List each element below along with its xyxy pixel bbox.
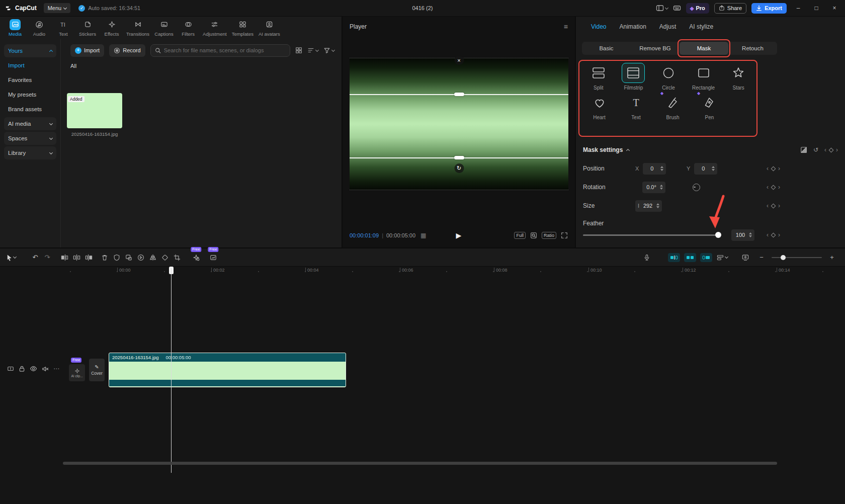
crop-button[interactable]	[171, 251, 183, 264]
timeline-area[interactable]: 00:00 00:02 00:04 00:06 00:08 00:10 00:1…	[0, 267, 845, 504]
sort-button[interactable]	[307, 47, 318, 54]
prev-keyframe-icon[interactable]: ‹	[767, 184, 769, 190]
tab-adjust[interactable]: Adjust	[659, 23, 676, 30]
maximize-button[interactable]: □	[810, 2, 823, 15]
feather-input[interactable]: 100	[731, 229, 754, 241]
mask-bottom-handle[interactable]	[454, 156, 464, 159]
tab-animation[interactable]: Animation	[619, 23, 646, 30]
minimize-button[interactable]: –	[792, 2, 805, 15]
next-keyframe-icon[interactable]: ›	[836, 147, 838, 153]
mask-option-brush[interactable]: ◆ Brush	[654, 93, 691, 120]
prev-keyframe-icon[interactable]: ‹	[767, 203, 769, 209]
keyboard-shortcuts-button[interactable]	[673, 5, 681, 12]
next-keyframe-icon[interactable]: ›	[778, 165, 780, 172]
sidebar-item-library[interactable]: Library	[4, 146, 56, 159]
reset-icon[interactable]: ↺	[813, 146, 818, 153]
mask-rotate-handle[interactable]: ↻	[454, 163, 464, 173]
add-keyframe-icon[interactable]	[771, 203, 776, 208]
tab-filters[interactable]: Filters	[177, 19, 199, 37]
mask-option-text[interactable]: T Text	[618, 93, 654, 120]
rotation-input[interactable]: 0.0°	[642, 182, 665, 193]
mask-option-pen[interactable]: ◆ Pen	[691, 93, 728, 120]
timeline-ruler[interactable]: 00:00 00:02 00:04 00:06 00:08 00:10 00:1…	[0, 267, 845, 275]
subtab-retouch[interactable]: Retouch	[728, 42, 777, 55]
toggle-visibility-icon[interactable]	[30, 366, 37, 372]
add-keyframe-icon[interactable]	[771, 232, 776, 237]
more-track-options-icon[interactable]: ⋯	[53, 365, 59, 372]
video-preview[interactable]: × ↻	[350, 58, 568, 190]
prev-keyframe-icon[interactable]: ‹	[824, 147, 826, 153]
stepper-icon[interactable]	[712, 166, 715, 171]
sidebar-item-ai-media[interactable]: AI media	[4, 117, 56, 130]
import-button[interactable]: + Import	[70, 44, 104, 57]
play-button[interactable]: ▶	[456, 231, 462, 239]
grid-view-button[interactable]	[295, 47, 302, 54]
timeline-zoom-slider[interactable]	[772, 257, 822, 258]
player-menu-button[interactable]: ≡	[564, 23, 568, 31]
adapt-timeline-button[interactable]	[739, 251, 751, 264]
tab-ai-avatars[interactable]: AI avatars	[257, 19, 282, 37]
frame-grid-icon[interactable]: ▦	[420, 232, 426, 239]
prev-keyframe-icon[interactable]: ‹	[767, 165, 769, 172]
mask-option-stars[interactable]: Stars	[721, 63, 756, 91]
tab-audio[interactable]: Audio	[28, 19, 50, 37]
ai-smart-tool-button[interactable]: Free	[190, 251, 202, 264]
sidebar-item-brand-assets[interactable]: Brand assets	[4, 103, 56, 116]
size-input[interactable]: I 292	[635, 200, 662, 212]
share-button[interactable]: Share	[714, 3, 746, 14]
horizontal-scrollbar[interactable]	[63, 462, 777, 465]
tab-captions[interactable]: Captions	[153, 19, 175, 37]
preview-axis-toggle[interactable]	[700, 253, 712, 262]
linking-toggle[interactable]	[684, 253, 696, 262]
tab-adjustment[interactable]: Adjustment	[201, 19, 228, 37]
tab-transitions[interactable]: Transitions	[125, 19, 151, 37]
shape-tool-button[interactable]	[159, 251, 171, 264]
tab-media[interactable]: Media	[4, 19, 26, 37]
overlay-button[interactable]	[123, 251, 135, 264]
sidebar-item-yours[interactable]: Yours	[4, 44, 56, 57]
mask-option-circle[interactable]: Circle	[651, 63, 686, 91]
select-tool-button[interactable]	[5, 251, 17, 264]
cover-button[interactable]: ✎ Cover	[89, 359, 105, 381]
mirror-button[interactable]	[147, 251, 159, 264]
track-height-icon[interactable]	[7, 365, 14, 372]
mask-option-filmstrip[interactable]: Filmstrip	[616, 63, 651, 91]
preview-frame-button[interactable]	[135, 251, 147, 264]
layout-panels-button[interactable]	[656, 5, 668, 12]
playhead[interactable]	[169, 267, 174, 473]
mute-track-icon[interactable]	[42, 366, 49, 372]
position-x-input[interactable]: 0	[643, 163, 666, 175]
split-button[interactable]	[70, 251, 82, 264]
search-input[interactable]	[164, 47, 286, 53]
mask-option-rectangle[interactable]: Rectangle	[686, 63, 721, 91]
tab-templates[interactable]: Templates	[230, 19, 255, 37]
zoom-in-button[interactable]: +	[826, 251, 838, 264]
sidebar-item-favorites[interactable]: Favorites	[4, 73, 56, 87]
menu-button[interactable]: Menu	[44, 3, 71, 13]
mask-tool-button[interactable]	[111, 251, 123, 264]
close-button[interactable]: ×	[828, 2, 841, 15]
ratio-button[interactable]: Ratio	[542, 232, 556, 239]
voiceover-button[interactable]	[641, 251, 653, 264]
tab-effects[interactable]: Effects	[101, 19, 123, 37]
lock-track-icon[interactable]	[19, 365, 25, 372]
mask-top-handle[interactable]	[454, 93, 464, 96]
sidebar-item-my-presets[interactable]: My presets	[4, 88, 56, 101]
tab-text[interactable]: TI Text	[52, 19, 74, 37]
position-y-input[interactable]: 0	[694, 163, 717, 175]
prev-keyframe-icon[interactable]: ‹	[767, 232, 769, 238]
stepper-icon[interactable]	[656, 203, 659, 208]
split-left-button[interactable]	[58, 251, 70, 264]
mask-option-heart[interactable]: Heart	[581, 93, 618, 120]
ai-clip-button[interactable]: AI clip...	[69, 364, 85, 381]
media-item-thumbnail[interactable]: Added	[67, 93, 122, 128]
sidebar-item-import[interactable]: Import	[4, 59, 56, 72]
tab-stickers[interactable]: Stickers	[76, 19, 99, 37]
add-keyframe-icon[interactable]	[829, 147, 834, 152]
ai-generate-button[interactable]: Free	[207, 251, 219, 264]
zoom-slider-thumb[interactable]	[781, 255, 786, 260]
stepper-icon[interactable]	[660, 185, 663, 190]
full-preview-button[interactable]: Full	[514, 232, 526, 239]
zoom-out-button[interactable]: −	[755, 251, 768, 264]
subtab-basic[interactable]: Basic	[582, 42, 631, 55]
